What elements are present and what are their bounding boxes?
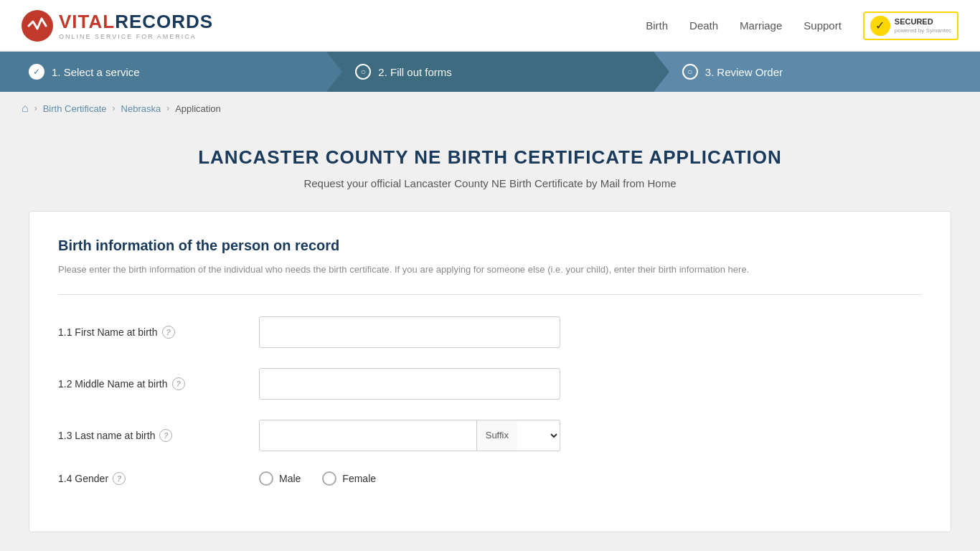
gender-female-option[interactable]: Female	[322, 471, 376, 486]
field-row-1-3: 1.3 Last name at birth ? Suffix Jr. Sr. …	[58, 420, 922, 451]
step-1-label: 1. Select a service	[52, 66, 140, 78]
logo-vital: VITAL	[59, 11, 115, 32]
gender-male-radio[interactable]	[259, 471, 273, 486]
field-1-2-label: 1.2 Middle Name at birth ?	[58, 377, 245, 390]
lastname-input-group: Suffix Jr. Sr. II III IV	[259, 420, 560, 451]
norton-check-icon: ✓	[870, 16, 890, 36]
field-row-1-1: 1.1 First Name at birth ?	[58, 316, 922, 348]
step-1-icon: ✓	[29, 64, 44, 80]
nav-death[interactable]: Death	[689, 19, 718, 32]
breadcrumb-state[interactable]: Nebraska	[121, 103, 161, 114]
site-header: VITALRECORDS ONLINE SERVICE FOR AMERICA …	[0, 0, 980, 52]
nav-marriage[interactable]: Marriage	[740, 19, 782, 32]
form-section-desc: Please enter the birth information of th…	[58, 263, 922, 277]
form-card: Birth information of the person on recor…	[29, 211, 951, 532]
breadcrumb: ⌂ › Birth Certificate › Nebraska › Appli…	[0, 92, 980, 125]
page-subtitle: Request your official Lancaster County N…	[29, 177, 951, 189]
field-row-1-4: 1.4 Gender ? Male Female	[58, 471, 922, 486]
form-divider	[58, 294, 922, 295]
progress-step-2: ○ 2. Fill out forms	[326, 52, 653, 92]
logo-records: RECORDS	[115, 11, 213, 32]
logo: VITALRECORDS ONLINE SERVICE FOR AMERICA	[22, 10, 213, 42]
page-title: LANCASTER COUNTY NE BIRTH CERTIFICATE AP…	[29, 146, 951, 169]
field-1-3-label: 1.3 Last name at birth ?	[58, 429, 245, 442]
step-2-arrow	[654, 52, 669, 92]
norton-text: SECURED powered by Symantec	[895, 17, 951, 33]
field-1-1-help-icon[interactable]: ?	[162, 326, 175, 339]
logo-icon	[22, 10, 53, 42]
field-row-1-2: 1.2 Middle Name at birth ?	[58, 368, 922, 400]
step-3-label: 3. Review Order	[705, 66, 783, 78]
nav-birth[interactable]: Birth	[646, 19, 668, 32]
breadcrumb-sep-3: ›	[166, 103, 169, 113]
last-name-input[interactable]	[259, 420, 477, 451]
gender-male-option[interactable]: Male	[259, 471, 301, 486]
nav-support[interactable]: Support	[804, 19, 842, 32]
progress-step-1: ✓ 1. Select a service	[0, 52, 326, 92]
main-nav: Birth Death Marriage Support ✓ SECURED p…	[646, 11, 958, 40]
gender-female-label: Female	[342, 473, 376, 484]
gender-radio-group: Male Female	[259, 471, 922, 486]
first-name-input[interactable]	[259, 316, 560, 348]
field-1-1-label: 1.1 First Name at birth ?	[58, 326, 245, 339]
step-2-label: 2. Fill out forms	[378, 66, 452, 78]
suffix-label: Suffix	[477, 420, 517, 451]
middle-name-input[interactable]	[259, 368, 560, 400]
main-content: LANCASTER COUNTY NE BIRTH CERTIFICATE AP…	[0, 125, 980, 551]
field-1-3-help-icon[interactable]: ?	[159, 429, 172, 442]
progress-bar: ✓ 1. Select a service ○ 2. Fill out form…	[0, 52, 980, 92]
form-section-title: Birth information of the person on recor…	[58, 237, 922, 254]
home-icon[interactable]: ⌂	[22, 102, 29, 115]
step-1-arrow	[326, 52, 342, 92]
field-1-4-label: 1.4 Gender ?	[58, 472, 245, 485]
breadcrumb-sep-2: ›	[113, 103, 116, 113]
breadcrumb-current: Application	[175, 103, 221, 114]
field-1-4-help-icon[interactable]: ?	[113, 472, 126, 485]
norton-badge: ✓ SECURED powered by Symantec	[863, 11, 958, 40]
field-1-2-help-icon[interactable]: ?	[172, 377, 185, 390]
suffix-select[interactable]: Jr. Sr. II III IV	[517, 420, 560, 451]
step-2-icon: ○	[355, 64, 371, 80]
progress-step-3: ○ 3. Review Order	[654, 52, 980, 92]
step-3-icon: ○	[682, 64, 698, 80]
breadcrumb-birth-certificate[interactable]: Birth Certificate	[43, 103, 107, 114]
gender-female-radio[interactable]	[322, 471, 336, 486]
breadcrumb-sep-1: ›	[34, 103, 37, 113]
gender-male-label: Male	[279, 473, 301, 484]
logo-text: VITALRECORDS ONLINE SERVICE FOR AMERICA	[59, 11, 213, 40]
logo-sub: ONLINE SERVICE FOR AMERICA	[59, 33, 213, 40]
